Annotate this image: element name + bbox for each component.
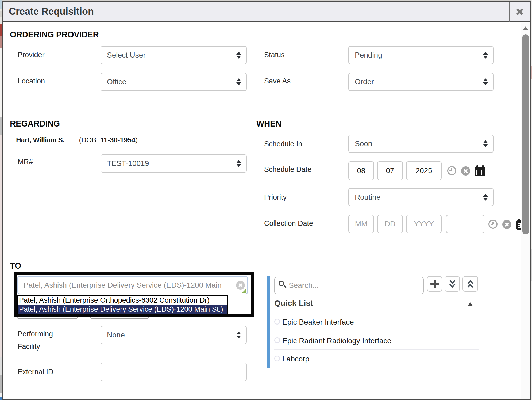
collection-date-day-input[interactable]: DD <box>377 215 403 233</box>
collection-date-time-icon[interactable] <box>488 220 498 229</box>
quick-list-radio[interactable] <box>274 319 280 325</box>
directory-accent-bar <box>267 276 270 368</box>
dob-value: 11-30-1954 <box>100 136 136 144</box>
select-arrows-icon <box>483 140 488 147</box>
priority-label: Priority <box>264 193 287 201</box>
suggestion-item[interactable]: Patel, Ashish (Enterprise Orthopedics-63… <box>18 296 227 305</box>
background-fragment <box>0 24 2 36</box>
patient-line: Hart, William S. (DOB: 11-30-1954) <box>16 136 138 144</box>
location-label: Location <box>18 77 45 85</box>
select-arrows-icon <box>236 52 241 59</box>
regarding-heading: REGARDING <box>10 119 60 129</box>
external-id-label: External ID <box>18 368 53 376</box>
to-heading: TO <box>10 261 21 271</box>
section-divider <box>9 398 514 398</box>
provider-label: Provider <box>18 51 45 59</box>
background-fragment <box>0 36 2 48</box>
recipient-input[interactable]: Patel, Ashish (Enterprise Delivery Servi… <box>17 276 248 294</box>
quick-list-row-divider <box>274 368 479 368</box>
status-select[interactable]: Pending <box>348 46 494 64</box>
schedule-in-select[interactable]: Soon <box>348 135 494 153</box>
quick-list-radio[interactable] <box>274 356 280 361</box>
schedule-date-clear-icon[interactable] <box>461 166 470 176</box>
schedule-in-select-value: Soon <box>355 139 372 148</box>
background-fragment <box>0 117 2 135</box>
mr-select-value: TEST-10019 <box>107 159 149 168</box>
background-page-left-strip <box>0 0 2 400</box>
quick-list-collapse-icon[interactable] <box>468 302 473 306</box>
section-divider <box>9 250 514 250</box>
priority-select[interactable]: Routine <box>348 188 494 206</box>
provider-select-value: Select User <box>107 51 146 59</box>
screen: Create Requisition ORDERING PROVIDER Pro… <box>0 0 532 400</box>
external-id-input[interactable] <box>101 363 247 381</box>
close-icon[interactable] <box>516 8 524 16</box>
collection-date-clear-icon[interactable] <box>502 220 511 229</box>
performing-facility-select-value: None <box>107 331 125 339</box>
save-as-select-value: Order <box>355 78 374 86</box>
quick-list-heading: Quick List <box>274 299 313 308</box>
location-select-value: Office <box>107 78 126 86</box>
quick-list-item[interactable]: Epic Beaker Interface <box>282 318 354 326</box>
resize-grip-icon[interactable] <box>242 289 246 293</box>
priority-select-value: Routine <box>355 193 381 201</box>
select-arrows-icon <box>483 194 488 201</box>
select-arrows-icon <box>236 78 241 85</box>
background-fragment <box>0 375 2 393</box>
collection-date-year-input[interactable]: YYYY <box>406 215 442 233</box>
search-placeholder: Search... <box>289 281 319 290</box>
status-label: Status <box>264 51 285 59</box>
dob-prefix: (DOB: <box>79 136 100 144</box>
section-divider <box>9 108 514 108</box>
background-fragment <box>0 48 2 117</box>
quick-list-item[interactable]: Labcorp <box>282 355 309 363</box>
recipient-suggestion-list: Patel, Ashish (Enterprise Orthopedics-63… <box>17 295 228 314</box>
schedule-date-time-icon[interactable] <box>447 166 456 175</box>
save-as-select[interactable]: Order <box>348 73 494 91</box>
select-arrows-icon <box>236 160 241 167</box>
select-arrows-icon <box>483 78 488 85</box>
add-button[interactable] <box>427 276 442 292</box>
collection-date-month-input[interactable]: MM <box>348 215 374 233</box>
scrollbar-thumb[interactable] <box>522 34 529 234</box>
suggestion-item-selected[interactable]: Patel, Ashish (Enterprise Delivery Servi… <box>18 305 227 314</box>
select-arrows-icon <box>236 332 241 338</box>
performing-facility-label-line1: Performing <box>18 330 53 338</box>
recipient-input-value: Patel, Ashish (Enterprise Delivery Servi… <box>24 281 222 289</box>
schedule-date-year-input[interactable]: 2025 <box>406 161 442 180</box>
background-fragment <box>0 357 2 375</box>
directory-search-input[interactable]: Search... <box>274 277 424 294</box>
schedule-date-day-input[interactable]: 07 <box>377 161 403 180</box>
collection-date-time-input[interactable] <box>446 215 484 233</box>
quick-list-row-divider <box>274 331 479 331</box>
select-arrows-icon <box>483 52 488 59</box>
background-fragment <box>0 397 2 400</box>
expand-all-button[interactable] <box>462 276 478 292</box>
background-fragment <box>0 0 2 9</box>
quick-list-radio[interactable] <box>274 337 280 343</box>
quick-list-item[interactable]: Epic Radiant Radiology Interface <box>282 337 391 345</box>
quick-list-row-divider <box>274 349 479 350</box>
schedule-in-label: Schedule In <box>264 140 302 148</box>
collapse-all-button[interactable] <box>445 276 460 292</box>
schedule-date-label: Schedule Date <box>264 165 311 174</box>
provider-select[interactable]: Select User <box>101 46 247 64</box>
status-select-value: Pending <box>355 51 382 59</box>
background-fragment <box>0 135 2 357</box>
schedule-date-month-input[interactable]: 08 <box>348 161 374 180</box>
dialog-title: Create Requisition <box>9 6 94 17</box>
search-icon <box>279 281 287 289</box>
schedule-date-calendar-icon[interactable] <box>475 167 485 176</box>
when-heading: WHEN <box>256 119 282 129</box>
quick-list-divider <box>274 311 479 311</box>
performing-facility-select[interactable]: None <box>101 326 247 344</box>
performing-facility-label-line2: Facility <box>18 342 40 351</box>
mr-label: MR# <box>18 158 33 166</box>
scrollbar-up-arrow[interactable] <box>523 26 528 30</box>
location-select[interactable]: Office <box>101 73 247 91</box>
collection-date-label: Collection Date <box>264 219 313 228</box>
mr-select[interactable]: TEST-10019 <box>101 154 247 173</box>
patient-name: Hart, William S. <box>16 136 64 144</box>
ordering-provider-heading: ORDERING PROVIDER <box>10 30 99 40</box>
collection-date-calendar-icon[interactable] <box>516 217 521 231</box>
